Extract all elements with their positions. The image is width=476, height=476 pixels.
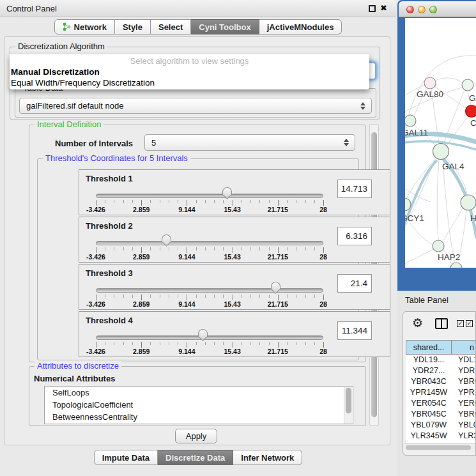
threshold-panel-1: Threshold 1-3.4262.8599.14415.4321.71528… — [79, 169, 390, 215]
threshold-panel-2: Threshold 2-3.4262.8599.14415.4321.71528… — [79, 217, 390, 263]
number-of-intervals-label: Number of Intervals — [55, 139, 133, 148]
slider-track[interactable] — [96, 241, 323, 245]
column-header-name[interactable]: n — [451, 340, 476, 355]
scale-label: 28 — [319, 253, 327, 261]
checkbox-icon[interactable]: ✓ — [457, 320, 464, 327]
popup-item-manual-discretization[interactable]: Manual Discretization — [10, 66, 369, 77]
tab-cyni-toolbox[interactable]: Cyni Toolbox — [191, 19, 259, 35]
list-scrollbar-thumb[interactable] — [346, 388, 351, 413]
cell-name: YBL0 — [452, 420, 476, 431]
table-row[interactable]: YBL079WYBL0 — [406, 420, 476, 431]
threshold-value-field[interactable]: 21.4 — [337, 274, 372, 293]
table-row[interactable]: YPR145WYPR1 — [406, 387, 476, 398]
cell-name: YBR0 — [452, 376, 476, 387]
table-row[interactable]: YBR045CYBR0 — [406, 409, 476, 420]
scale-label: 15.43 — [224, 300, 240, 308]
table-hscroll-thumb[interactable] — [406, 445, 471, 450]
tab-network[interactable]: Network — [54, 19, 115, 35]
zoom-traffic-light-icon[interactable] — [429, 6, 437, 13]
list-item-topologicalcoefficient[interactable]: TopologicalCoefficient — [45, 399, 353, 411]
network-node-c[interactable] — [466, 105, 476, 118]
network-view-window: GAL80GACGAL11GAL4GCY1HHAP2 — [397, 0, 476, 291]
close-icon[interactable]: ✖ — [380, 3, 387, 13]
node-label: HAP2 — [438, 252, 460, 262]
tab-label: jActiveMNodules — [267, 22, 334, 32]
gear-icon[interactable]: ⚙ — [412, 316, 423, 330]
network-node-hap2[interactable] — [433, 240, 444, 252]
combo-stepper-icon — [344, 139, 349, 146]
number-of-intervals-combo[interactable]: 5 — [144, 134, 355, 151]
tab-jactivemnodules[interactable]: jActiveMNodules — [259, 19, 342, 35]
cell-shared-name: YER054C — [406, 398, 452, 409]
table-data-group: Table Data galFiltered.sif default node — [15, 88, 376, 118]
network-node-gal11[interactable] — [405, 115, 416, 127]
scale-label: 9.144 — [178, 253, 195, 261]
table-row[interactable]: YDR27...YDR2 — [406, 365, 476, 376]
network-node-ga[interactable] — [462, 79, 473, 91]
slider-thumb[interactable] — [271, 282, 280, 294]
table-data-combo[interactable]: galFiltered.sif default node — [19, 98, 372, 114]
apply-button[interactable]: Apply — [175, 429, 217, 443]
cell-name: YBR0 — [452, 409, 476, 420]
scale-label: -3.426 — [86, 206, 105, 213]
cell-shared-name: YPR145W — [406, 387, 452, 398]
cell-shared-name: YDL19... — [406, 355, 452, 365]
network-node-gal80[interactable] — [424, 77, 436, 89]
bottom-tab-bar: Impute DataDiscretize DataInfer Network — [0, 450, 396, 465]
slider-thumb[interactable] — [198, 329, 208, 341]
column-header-shared-name[interactable]: shared... — [406, 340, 452, 355]
tab-select[interactable]: Select — [151, 19, 191, 35]
table-horizontal-scrollbar[interactable] — [404, 443, 475, 450]
table-row[interactable]: YER054CYER0 — [406, 398, 476, 409]
table-row[interactable]: YLR345WYLR3 — [406, 431, 476, 441]
scale-label: 2.859 — [133, 206, 150, 213]
slider-track[interactable] — [96, 288, 323, 293]
scale-label: -3.426 — [86, 253, 105, 261]
numerical-attributes-list[interactable]: SelfLoopsTopologicalCoefficientBetweenne… — [44, 386, 353, 424]
network-window-titlebar[interactable] — [399, 1, 476, 17]
slider-thumb[interactable] — [222, 187, 232, 199]
thresholds-group-title: Threshold's Coordinates for 5 Intervals — [43, 153, 190, 163]
popup-item-equal-width-frequency-discretization[interactable]: Equal Width/Frequency Discretization — [10, 77, 369, 88]
table-row[interactable]: YDL19...YDL1 — [406, 355, 476, 365]
minimize-traffic-light-icon[interactable] — [418, 6, 426, 13]
cell-name: YER0 — [452, 398, 476, 409]
scale-label: 15.43 — [224, 253, 240, 261]
scale-label: 21.715 — [268, 206, 288, 213]
scale-label: 2.859 — [133, 253, 150, 261]
tab-label: Select — [158, 22, 183, 32]
bottom-tab-impute-data[interactable]: Impute Data — [94, 450, 158, 465]
numerical-attributes-label: Numerical Attributes — [34, 374, 115, 383]
scale-label: 9.144 — [178, 206, 195, 213]
column-layout-icon[interactable] — [435, 318, 448, 329]
algorithm-dropdown-popup: Select algorithm to view settings Manual… — [10, 54, 369, 89]
network-node[interactable] — [450, 263, 462, 268]
scale-label: 21.715 — [268, 348, 288, 355]
scale-label: 28 — [319, 206, 327, 213]
bottom-tab-discretize-data[interactable]: Discretize Data — [158, 450, 233, 465]
checkbox-icon[interactable]: ✓ — [466, 320, 473, 327]
bottom-tab-infer-network[interactable]: Infer Network — [233, 450, 302, 465]
list-scrollbar[interactable] — [344, 387, 352, 424]
cell-name: YLR3 — [452, 431, 476, 441]
slider-thumb[interactable] — [162, 234, 171, 247]
float-window-icon[interactable] — [369, 5, 376, 12]
control-panel-titlebar: Control Panel ✖ — [0, 0, 396, 17]
control-panel: Control Panel ✖ NetworkStyleSelectCyni T… — [0, 0, 396, 476]
close-traffic-light-icon[interactable] — [406, 6, 414, 13]
scale-label: 15.43 — [224, 348, 240, 355]
tab-style[interactable]: Style — [115, 19, 151, 35]
list-item-betweennesscentrality[interactable]: BetweennessCentrality — [45, 411, 353, 423]
threshold-value-field[interactable]: 11.344 — [337, 321, 372, 340]
slider-track[interactable] — [96, 335, 323, 340]
cyni-toolbox-content: Discretization Algorithm Table Data galF… — [4, 36, 390, 445]
network-node-gal4[interactable] — [433, 144, 449, 160]
table-row[interactable]: YBR043CYBR0 — [406, 376, 476, 387]
threshold-value-field[interactable]: 14.713 — [337, 180, 372, 198]
slider-track[interactable] — [96, 194, 323, 198]
scale-label: 15.43 — [224, 206, 240, 213]
list-item-selfloops[interactable]: SelfLoops — [45, 387, 353, 399]
threshold-value-field[interactable]: 6.316 — [337, 227, 372, 245]
network-canvas[interactable]: GAL80GACGAL11GAL4GCY1HHAP2 — [405, 18, 476, 268]
network-node-h[interactable] — [461, 195, 476, 210]
